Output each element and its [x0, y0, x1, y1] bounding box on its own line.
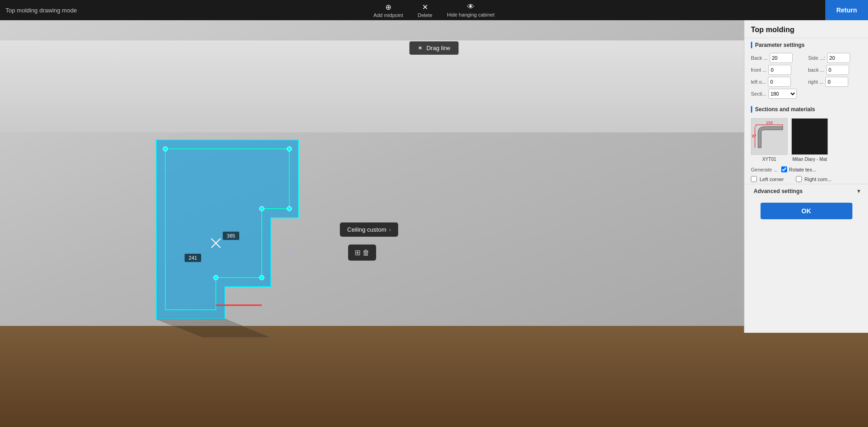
side-label: Side ...:: [808, 55, 825, 61]
material-card-2: Milan Diary - Mat: [791, 118, 828, 162]
section-label: Secti...: [751, 91, 767, 97]
left-input[interactable]: [768, 77, 791, 87]
generate-button[interactable]: Generate ...: [751, 167, 778, 172]
toolbar: Top molding drawing mode ⊕ Add midpoint …: [0, 0, 868, 20]
generate-row: Generate ... Rotate tex...: [744, 165, 868, 174]
add-midpoint-button[interactable]: ⊕ Add midpoint: [373, 3, 403, 18]
delete-icon: ✕: [422, 3, 428, 11]
floor: [0, 326, 868, 427]
material-card-1: 133 97 XYT01: [751, 118, 788, 162]
sections-materials-header: Sections and materials: [744, 102, 868, 115]
section-bar: [751, 42, 752, 48]
svg-point-2: [287, 147, 292, 151]
param-front: front ...: [751, 65, 805, 75]
right-input[interactable]: [825, 77, 848, 87]
chevron-down-icon: ▼: [856, 188, 862, 194]
right-panel: Top molding Parameter settings Back ... …: [744, 20, 868, 333]
back-label: Back ...: [751, 55, 768, 61]
parameter-settings-header: Parameter settings: [744, 38, 868, 51]
material-preview-1[interactable]: 133 97: [751, 118, 788, 155]
drag-line-button[interactable]: ☀ Drag line: [409, 41, 458, 55]
panel-title: Top molding: [744, 20, 868, 38]
return-button[interactable]: Return: [825, 0, 868, 20]
mode-title: Top molding drawing mode: [0, 7, 77, 14]
param-back2: back ...: [808, 65, 862, 75]
ceiling-custom-arrow-icon: ›: [389, 227, 391, 233]
front-param-label: front ...: [751, 67, 767, 73]
material-preview-2[interactable]: [791, 118, 828, 155]
rotate-tex-checkbox[interactable]: [781, 166, 787, 172]
rotate-tex-text: Rotate tex...: [789, 167, 816, 172]
molding-shape: 385 241: [129, 126, 321, 337]
svg-point-3: [287, 206, 292, 211]
corner-options: Left corner Right corn...: [744, 174, 868, 184]
svg-point-6: [214, 275, 218, 280]
advanced-title: Advanced settings: [751, 188, 803, 194]
toolbar-center: ⊕ Add midpoint ✕ Delete 👁 Hide hanging c…: [373, 3, 494, 18]
add-midpoint-label: Add midpoint: [373, 12, 403, 18]
section-select[interactable]: 180 90 270: [768, 89, 797, 99]
svg-point-5: [259, 275, 264, 280]
param-side: Side ...:: [808, 53, 862, 63]
svg-point-4: [259, 206, 264, 211]
sections-materials-label: Sections and materials: [755, 106, 815, 113]
svg-text:97: 97: [752, 134, 756, 138]
ok-button[interactable]: OK: [761, 203, 852, 219]
param-left: left o...: [751, 77, 805, 87]
param-right: right ...: [808, 77, 862, 87]
delete-label: Delete: [418, 12, 433, 18]
material-1-name: XYT01: [751, 157, 788, 162]
delete-item-popup[interactable]: ⊞ 🗑: [348, 245, 376, 261]
direction-arrow: ➤: [285, 245, 295, 261]
add-midpoint-icon: ⊕: [385, 3, 391, 11]
back2-input[interactable]: [826, 65, 849, 75]
front-input[interactable]: [768, 65, 791, 75]
ceiling-custom-label: Ceiling custom: [347, 226, 386, 233]
material-2-name: Milan Diary - Mat: [791, 157, 828, 162]
svg-text:241: 241: [189, 255, 197, 261]
viewport: ☀ Drag line 385 241: [0, 20, 868, 427]
param-grid: Back ... Side ...: front ... back ... le…: [744, 51, 868, 102]
drag-line-sun-icon: ☀: [417, 45, 423, 51]
svg-text:133: 133: [766, 120, 773, 125]
side-input[interactable]: [827, 53, 850, 63]
param-section: Secti... 180 90 270: [751, 89, 805, 99]
advanced-settings-label: Advanced settings: [754, 188, 803, 194]
hide-cabinet-button[interactable]: 👁 Hide hanging cabinet: [447, 3, 494, 17]
right-corner-label: Right corn...: [805, 176, 832, 182]
trash-icon: 🗑: [362, 249, 370, 257]
delete-button[interactable]: ✕ Delete: [418, 3, 433, 18]
right-label: right ...: [808, 79, 824, 85]
hide-cabinet-label: Hide hanging cabinet: [447, 12, 494, 17]
section-bar2: [751, 106, 752, 113]
left-label: left o...: [751, 79, 766, 85]
svg-marker-0: [156, 140, 299, 319]
right-corner-checkbox[interactable]: [796, 176, 802, 182]
left-corner-checkbox[interactable]: [751, 176, 757, 182]
back2-label: back ...: [808, 67, 824, 73]
materials-row: 133 97 XYT01 Milan Diary - Mat: [744, 115, 868, 165]
hide-cabinet-icon: 👁: [467, 3, 474, 11]
svg-text:385: 385: [227, 233, 235, 239]
svg-point-1: [163, 147, 168, 151]
back-input[interactable]: [770, 53, 793, 63]
svg-marker-14: [156, 319, 271, 337]
delete-small-icon: ⊞: [355, 248, 361, 257]
rotate-tex-label: Rotate tex...: [781, 166, 816, 172]
left-corner-label: Left corner: [760, 176, 784, 182]
left-corner-option: Left corner Right corn...: [751, 176, 862, 182]
param-back: Back ...: [751, 53, 805, 63]
drag-line-label: Drag line: [426, 45, 450, 51]
parameter-settings-label: Parameter settings: [755, 42, 805, 48]
ceiling-custom-popup[interactable]: Ceiling custom ›: [340, 222, 398, 237]
advanced-settings-section[interactable]: Advanced settings ▼: [744, 184, 868, 198]
